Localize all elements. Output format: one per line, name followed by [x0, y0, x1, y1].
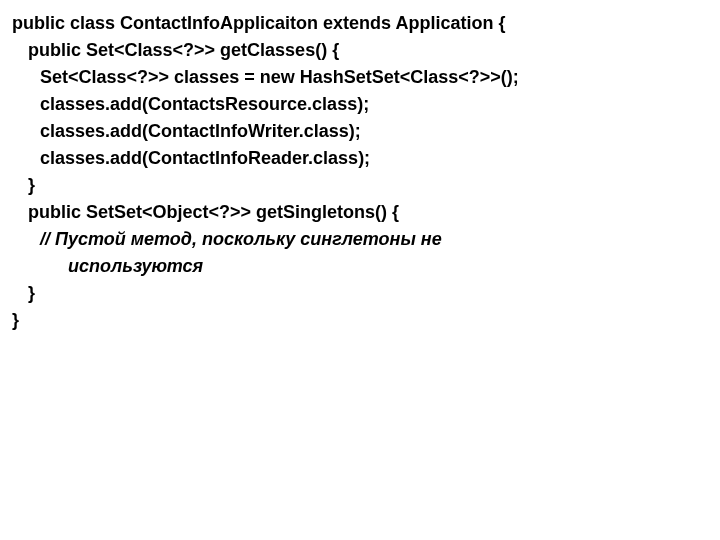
code-line-7: } [12, 172, 708, 199]
code-line-12: } [12, 307, 708, 334]
code-line-4: classes.add(ContactsResource.class); [12, 91, 708, 118]
code-line-6: classes.add(ContactInfoReader.class); [12, 145, 708, 172]
code-block: public class ContactInfoApplicaiton exte… [0, 0, 720, 344]
code-line-10: используются [12, 253, 708, 280]
code-line-1: public class ContactInfoApplicaiton exte… [12, 10, 708, 37]
code-line-3: Set<Class<?>> classes = new HashSetSet<C… [12, 64, 708, 91]
code-line-8: public SetSet<Object<?>> getSingletons()… [12, 199, 708, 226]
code-line-11: } [12, 280, 708, 307]
code-line-2: public Set<Class<?>> getClasses() { [12, 37, 708, 64]
code-line-5: classes.add(ContactInfoWriter.class); [12, 118, 708, 145]
code-line-9: // Пустой метод, поскольку синглетоны не [12, 226, 708, 253]
